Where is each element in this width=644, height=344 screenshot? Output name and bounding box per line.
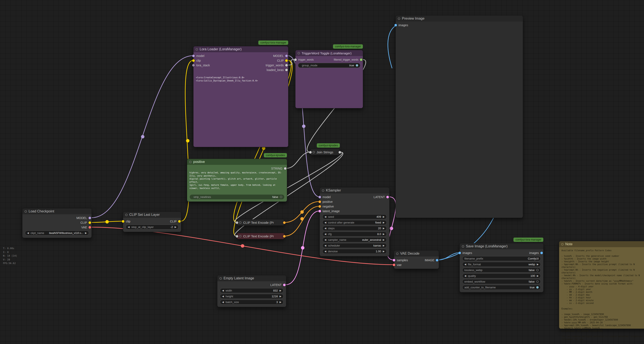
toggle-dot[interactable] (536, 280, 538, 283)
increment-arrow-icon[interactable]: ▶ (383, 216, 384, 218)
node-join-strings[interactable]: comfyui-kjnodes Join Strings (310, 149, 340, 155)
increment-arrow-icon[interactable]: ▶ (85, 232, 87, 234)
widget-batch-size[interactable]: ◀ batch_size 3 ▶ (220, 300, 284, 304)
clip-slot-dot[interactable] (122, 220, 124, 223)
collapse-toggle-icon[interactable] (196, 48, 198, 50)
collapsed-input-dot[interactable] (236, 235, 238, 238)
decrement-arrow-icon[interactable]: ◀ (324, 250, 326, 253)
latent-slot-dot[interactable] (386, 196, 389, 198)
collapse-toggle-icon[interactable] (239, 235, 242, 237)
output-latent[interactable]: LATENT (374, 195, 388, 200)
output-filtered-trigger-words[interactable]: filtered_trigger_words (334, 57, 361, 62)
increment-arrow-icon[interactable]: ▶ (383, 244, 384, 247)
image-slot-dot[interactable] (458, 252, 461, 254)
node-title-bar[interactable]: TriggerWord Toggle (LoraManager) (296, 50, 363, 56)
increment-arrow-icon[interactable]: ▶ (280, 289, 281, 292)
node-empty-latent-image[interactable]: Empty Latent Image LATENT ◀ width 832 ▶ … (217, 275, 286, 307)
decrement-arrow-icon[interactable]: ◀ (222, 289, 224, 292)
widget-add-counter-to-filename[interactable]: add_counter_to_filename true (462, 285, 541, 290)
collapsed-input-dot[interactable] (236, 221, 238, 224)
widget-height[interactable]: ◀ height 1216 ▶ (220, 294, 284, 299)
clip-slot-dot[interactable] (285, 59, 288, 62)
widget-quality[interactable]: ◀ quality 100 ▶ (462, 274, 541, 278)
model-slot-dot[interactable] (285, 54, 288, 57)
widget-group-mode[interactable]: group_mode true (298, 63, 360, 68)
output-clip[interactable]: CLIP (170, 219, 180, 224)
collapse-toggle-icon[interactable] (189, 161, 192, 163)
decrement-arrow-icon[interactable]: ◀ (324, 221, 326, 224)
node-preview-image[interactable]: Preview Image images (396, 15, 523, 218)
decrement-arrow-icon[interactable]: ◀ (128, 226, 130, 228)
node-clip-text-encode-negative[interactable]: CLIP Text Encode (Pr (237, 233, 284, 239)
input-negative[interactable]: negative (320, 204, 340, 209)
widget-width[interactable]: ◀ width 832 ▶ (220, 288, 284, 293)
output-latent[interactable]: LATENT (270, 282, 284, 287)
string-slot-dot[interactable] (285, 64, 288, 66)
latent-slot-dot[interactable] (318, 210, 321, 212)
collapsed-input-dot[interactable] (309, 151, 312, 154)
string-slot-dot[interactable] (285, 69, 288, 71)
increment-arrow-icon[interactable]: ▶ (383, 250, 384, 253)
output-loaded-loras[interactable]: loaded_loras (266, 68, 286, 72)
toggle-dot[interactable] (356, 64, 358, 66)
output-vae[interactable]: VAE (76, 225, 90, 230)
decrement-arrow-icon[interactable]: ◀ (324, 238, 326, 241)
lora-stack-slot-dot[interactable] (192, 64, 195, 66)
decrement-arrow-icon[interactable]: ◀ (324, 227, 326, 230)
increment-arrow-icon[interactable]: ▶ (175, 226, 176, 228)
increment-arrow-icon[interactable]: ▶ (383, 238, 384, 241)
output-trigger-words[interactable]: trigger_words (266, 63, 286, 68)
clip-slot-dot[interactable] (192, 59, 195, 62)
widget-control-after-generate[interactable]: ◀ control after generate fixed ▶ (322, 220, 387, 225)
node-ksampler[interactable]: KSampler model positive negative latent_… (320, 187, 390, 256)
widget-stop-at-clip-layer[interactable]: ◀ stop_at_clip_layer -2 ▶ (126, 224, 178, 230)
node-clip-text-encode-positive[interactable]: CLIP Text Encode (Pr (237, 219, 284, 226)
collapse-toggle-icon[interactable] (298, 52, 300, 54)
input-latent-image[interactable]: latent_image (320, 209, 340, 214)
toggle-dot[interactable] (536, 269, 538, 271)
toggle-dot[interactable] (536, 286, 538, 288)
increment-arrow-icon[interactable]: ▶ (537, 263, 538, 266)
collapse-toggle-icon[interactable] (125, 214, 128, 216)
output-model[interactable]: MODEL (266, 54, 286, 58)
conditioning-slot-dot[interactable] (318, 205, 321, 208)
node-vae-decode[interactable]: VAE Decode samples vae IMAGE (394, 250, 439, 269)
input-model[interactable]: model (320, 195, 340, 200)
decrement-arrow-icon[interactable]: ◀ (27, 232, 29, 234)
model-slot-dot[interactable] (318, 196, 321, 198)
decrement-arrow-icon[interactable]: ◀ (222, 295, 224, 298)
widget-steps[interactable]: ◀ steps 20 ▶ (322, 226, 387, 231)
output-model[interactable]: MODEL (76, 216, 90, 220)
node-title-bar[interactable]: Save Image (LoraManager) (460, 243, 543, 249)
node-title-bar[interactable]: Preview Image (396, 16, 523, 22)
node-title-bar[interactable]: positive (187, 159, 287, 165)
decrement-arrow-icon[interactable]: ◀ (324, 244, 326, 247)
increment-arrow-icon[interactable]: ▶ (383, 227, 384, 230)
decrement-arrow-icon[interactable]: ◀ (324, 216, 326, 218)
increment-arrow-icon[interactable]: ▶ (280, 301, 281, 304)
node-title-bar[interactable]: Load Checkpoint (22, 208, 92, 214)
output-clip[interactable]: CLIP (76, 220, 90, 225)
node-title-bar[interactable]: Lora Loader (LoraManager) (194, 46, 288, 52)
clip-slot-dot[interactable] (178, 220, 181, 223)
input-model[interactable]: model (194, 54, 210, 58)
output-images[interactable]: images (529, 250, 542, 255)
collapse-toggle-icon[interactable] (561, 243, 564, 246)
increment-arrow-icon[interactable]: ▶ (537, 274, 538, 277)
widget-denoise[interactable]: ◀ denoise 1.00 ▶ (322, 249, 387, 254)
string-slot-dot[interactable] (294, 58, 297, 61)
node-clip-set-last-layer[interactable]: CLIP Set Last Layer clip CLIP ◀ stop_at_… (123, 212, 181, 232)
collapse-toggle-icon[interactable] (24, 210, 27, 213)
prompt-textarea[interactable]: highres, very detailed, amazing quality,… (187, 171, 287, 192)
latent-slot-dot[interactable] (283, 284, 286, 286)
node-note[interactable]: Note Available filename_prefix Pattern C… (559, 241, 644, 329)
image-slot-dot[interactable] (540, 252, 543, 254)
image-slot-dot[interactable] (436, 259, 438, 262)
increment-arrow-icon[interactable]: ▶ (383, 221, 384, 224)
graph-canvas[interactable]: Load Checkpoint MODEL CLIP VAE ◀ ckpt_na… (0, 0, 644, 344)
model-slot-dot[interactable] (192, 54, 195, 57)
vae-slot-dot[interactable] (88, 226, 91, 228)
input-trigger-words[interactable]: trigger_words (296, 57, 314, 62)
increment-arrow-icon[interactable]: ▶ (383, 233, 384, 236)
input-positive[interactable]: positive (320, 200, 340, 204)
